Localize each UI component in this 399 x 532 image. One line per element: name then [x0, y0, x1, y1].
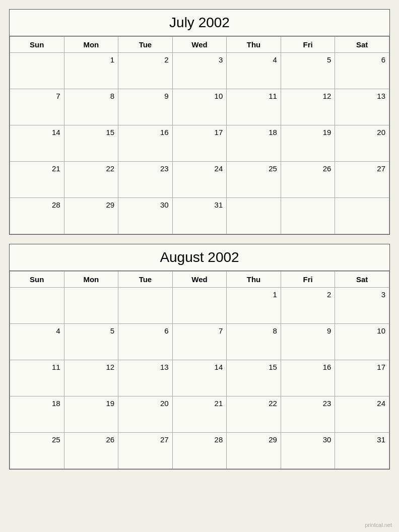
calendar-day: 17	[172, 125, 227, 162]
header-mon: Mon	[64, 272, 118, 288]
calendar-day: 5	[281, 53, 335, 89]
header-wed: Wed	[172, 37, 227, 53]
calendar-day: 10	[335, 324, 389, 360]
calendar-day: 23	[281, 396, 335, 433]
header-tue: Tue	[118, 272, 173, 288]
calendar-day: 23	[118, 162, 173, 198]
calendar-day: 12	[64, 360, 118, 396]
header-sun: Sun	[10, 37, 64, 53]
calendar-day	[172, 288, 227, 324]
calendar-title-july-2002: July 2002	[10, 10, 389, 36]
calendar-day: 18	[10, 396, 64, 433]
calendar-day: 9	[281, 324, 335, 360]
calendar-day: 15	[64, 125, 118, 162]
calendar-day: 18	[227, 125, 281, 162]
calendar-day	[335, 198, 389, 234]
calendar-day: 12	[281, 89, 335, 125]
calendar-day: 11	[227, 89, 281, 125]
calendar-day: 31	[335, 433, 389, 469]
calendar-day: 26	[281, 162, 335, 198]
header-wed: Wed	[172, 272, 227, 288]
calendar-day: 31	[172, 198, 227, 234]
header-sat: Sat	[335, 37, 389, 53]
header-fri: Fri	[281, 272, 335, 288]
calendar-day: 7	[10, 89, 64, 125]
calendar-day: 6	[335, 53, 389, 89]
calendar-day: 29	[227, 433, 281, 469]
header-mon: Mon	[64, 37, 118, 53]
calendar-day: 14	[172, 360, 227, 396]
calendar-day	[64, 288, 118, 324]
calendar-day: 11	[10, 360, 64, 396]
calendar-day	[281, 198, 335, 234]
calendar-day: 30	[281, 433, 335, 469]
calendar-day: 21	[10, 162, 64, 198]
calendar-august-2002: August 2002SunMonTueWedThuFriSat12345678…	[9, 244, 390, 470]
calendar-day: 25	[227, 162, 281, 198]
calendar-day: 28	[10, 198, 64, 234]
header-thu: Thu	[227, 37, 281, 53]
calendar-day	[227, 198, 281, 234]
calendar-day	[10, 53, 64, 89]
calendar-day: 27	[118, 433, 173, 469]
calendar-day: 19	[64, 396, 118, 433]
calendar-day: 25	[10, 433, 64, 469]
calendar-day: 20	[335, 125, 389, 162]
calendar-day: 3	[172, 53, 227, 89]
header-sat: Sat	[335, 272, 389, 288]
header-sun: Sun	[10, 272, 64, 288]
calendar-day: 14	[10, 125, 64, 162]
header-tue: Tue	[118, 37, 173, 53]
watermark: printcal.net	[365, 522, 392, 528]
calendar-day	[118, 288, 173, 324]
calendar-day: 1	[227, 288, 281, 324]
calendar-title-august-2002: August 2002	[10, 244, 389, 271]
calendar-day: 22	[227, 396, 281, 433]
calendar-day: 13	[335, 89, 389, 125]
header-thu: Thu	[227, 272, 281, 288]
calendar-day: 19	[281, 125, 335, 162]
calendar-day: 20	[118, 396, 173, 433]
calendar-day: 10	[172, 89, 227, 125]
calendar-day: 24	[172, 162, 227, 198]
calendar-day: 8	[64, 89, 118, 125]
calendar-day: 29	[64, 198, 118, 234]
calendar-day: 16	[118, 125, 173, 162]
calendar-day: 2	[118, 53, 173, 89]
calendar-day: 26	[64, 433, 118, 469]
calendar-day: 17	[335, 360, 389, 396]
calendar-day: 4	[227, 53, 281, 89]
calendar-day: 7	[172, 324, 227, 360]
calendar-day: 30	[118, 198, 173, 234]
calendar-day: 8	[227, 324, 281, 360]
calendar-day: 2	[281, 288, 335, 324]
calendar-day: 3	[335, 288, 389, 324]
calendar-day: 21	[172, 396, 227, 433]
calendar-day: 9	[118, 89, 173, 125]
calendar-day: 13	[118, 360, 173, 396]
calendar-day: 5	[64, 324, 118, 360]
calendar-july-2002: July 2002SunMonTueWedThuFriSat1234567891…	[9, 9, 390, 235]
calendar-day: 16	[281, 360, 335, 396]
calendar-day: 24	[335, 396, 389, 433]
calendar-day: 28	[172, 433, 227, 469]
calendar-day: 1	[64, 53, 118, 89]
calendar-day: 22	[64, 162, 118, 198]
calendar-day: 4	[10, 324, 64, 360]
calendar-day: 6	[118, 324, 173, 360]
calendar-day: 27	[335, 162, 389, 198]
calendar-day: 15	[227, 360, 281, 396]
header-fri: Fri	[281, 37, 335, 53]
calendar-day	[10, 288, 64, 324]
